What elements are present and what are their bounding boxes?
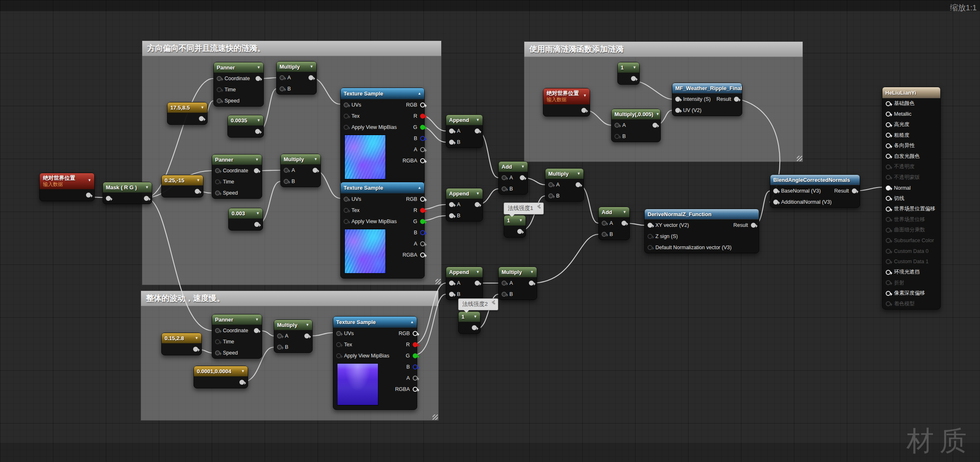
- collapse-arrow-icon[interactable]: ▼: [257, 65, 261, 69]
- pin-opacity[interactable]: [886, 164, 891, 169]
- pin-a-in[interactable]: [277, 333, 282, 338]
- pin-base-normal-in[interactable]: [773, 188, 778, 193]
- node-multiply-4[interactable]: Multiply ▼ A B: [498, 267, 537, 300]
- pin-anisotropy[interactable]: [886, 143, 891, 148]
- pin-b-out[interactable]: [413, 364, 418, 369]
- pin-b-in[interactable]: [449, 140, 454, 145]
- pin-result-out[interactable]: [734, 97, 739, 102]
- output-pin[interactable]: [472, 325, 477, 330]
- output-pin[interactable]: [195, 189, 200, 194]
- collapse-arrow-icon[interactable]: ▼: [241, 369, 245, 373]
- pin-b-in[interactable]: [449, 213, 454, 218]
- input-pin[interactable]: [106, 196, 111, 201]
- pin-b-out[interactable]: [420, 230, 425, 235]
- collapse-arrow-icon[interactable]: ▼: [256, 211, 260, 215]
- node-multiply-3[interactable]: Multiply ▼ A B: [545, 168, 584, 202]
- output-pin[interactable]: [475, 129, 480, 133]
- node-multiply-005[interactable]: Multiply(,0.005) ▼ A B: [611, 109, 661, 142]
- collapse-arrow-icon[interactable]: ▼: [310, 64, 313, 69]
- pin-uvs-in[interactable]: [344, 197, 349, 202]
- pin-speed-in[interactable]: [217, 98, 222, 103]
- node-world-position-1[interactable]: 绝对世界位置 输入数据 ▼: [39, 173, 95, 201]
- collapse-arrow-icon[interactable]: ▼: [521, 164, 525, 169]
- collapse-arrow-icon[interactable]: ▼: [633, 65, 636, 69]
- output-pin[interactable]: [653, 123, 657, 128]
- pin-a-out[interactable]: [420, 241, 425, 246]
- comment-bubble-normal-strength-1[interactable]: 法线强度1: [504, 202, 544, 214]
- texture-preview[interactable]: [344, 135, 386, 179]
- pin-b-in[interactable]: [548, 193, 553, 198]
- pin-mipbias-in[interactable]: [344, 125, 349, 130]
- material-graph-canvas[interactable]: 方向偏向不同并且流速快的涟漪。 整体的波动，速度慢。 使用雨滴涟漪函数添加涟漪: [0, 0, 980, 462]
- output-pin[interactable]: [520, 175, 525, 180]
- output-pin[interactable]: [475, 281, 480, 286]
- pin-default-normalization-in[interactable]: [648, 245, 653, 250]
- pin-r-out[interactable]: [413, 342, 418, 347]
- collapse-arrow-icon[interactable]: ▼: [519, 218, 523, 222]
- node-const-one-c[interactable]: 1 ▼: [617, 62, 640, 85]
- node-panner-1[interactable]: Panner ▼ Coordinate Time Speed: [213, 62, 264, 107]
- collapse-arrow-icon[interactable]: ▼: [195, 336, 198, 340]
- node-world-position-2[interactable]: 绝对世界位置 输入数据 ▼: [543, 88, 590, 117]
- pin-coordinate-in[interactable]: [215, 168, 220, 173]
- node-blend-angle-corrected-normals[interactable]: BlendAngleCorrectedNormals BaseNormal (V…: [770, 174, 860, 208]
- node-texture-sample-3[interactable]: Texture Sample ▲ UVs Tex Apply View MipB…: [333, 316, 417, 410]
- pin-b-out[interactable]: [420, 136, 425, 141]
- pin-speed-in[interactable]: [215, 350, 220, 355]
- collapse-arrow-icon[interactable]: ▼: [583, 93, 587, 98]
- pin-time-in[interactable]: [217, 87, 222, 92]
- pin-coordinate-in[interactable]: [217, 76, 222, 81]
- pin-a-in[interactable]: [449, 281, 454, 286]
- pin-intensity-in[interactable]: [675, 97, 680, 102]
- output-pin[interactable]: [308, 75, 313, 80]
- comment-bubble-normal-strength-2[interactable]: 法线强度2: [458, 298, 498, 310]
- node-add-1[interactable]: Add ▼ A B: [498, 161, 528, 195]
- node-const-uv-scale-slow[interactable]: 0.0001,0.0004 ▼: [194, 366, 248, 388]
- pin-shading-model[interactable]: [886, 301, 891, 306]
- node-const-speed-slow[interactable]: 0.15,2.8 ▼: [161, 333, 202, 355]
- collapse-arrow-icon[interactable]: ▼: [306, 323, 309, 327]
- collapse-arrow-icon[interactable]: ▼: [201, 105, 204, 110]
- node-texture-sample-1[interactable]: Texture Sample ▲ UVs Tex Apply View MipB…: [340, 88, 425, 184]
- pin-normal[interactable]: [886, 186, 891, 191]
- collapse-arrow-icon[interactable]: ▼: [476, 118, 480, 122]
- pin-speed-in[interactable]: [215, 191, 220, 195]
- collapse-arrow-icon[interactable]: ▼: [476, 191, 480, 195]
- collapse-arrow-icon[interactable]: ▼: [196, 178, 200, 182]
- pin-r-out[interactable]: [420, 114, 425, 119]
- pin-a-in[interactable]: [284, 168, 289, 173]
- node-append-2[interactable]: Append ▼ A B: [446, 188, 483, 221]
- output-pin[interactable]: [239, 380, 244, 385]
- node-mf-weather-ripple-final[interactable]: MF_Weather_Ripple_Final Intensity (S)Res…: [672, 83, 742, 116]
- pin-time-in[interactable]: [215, 179, 220, 184]
- output-pin[interactable]: [581, 108, 586, 113]
- pin-opacity-mask[interactable]: [886, 175, 891, 180]
- pin-coordinate-out[interactable]: [256, 76, 261, 81]
- pin-uvs-in[interactable]: [344, 102, 349, 107]
- collapse-arrow-icon[interactable]: ▼: [255, 317, 259, 321]
- pin-rgba-out[interactable]: [420, 252, 425, 257]
- node-panner-3[interactable]: Panner ▼ Coordinate Time Speed: [212, 314, 262, 359]
- pin-r-out[interactable]: [420, 208, 425, 213]
- collapse-arrow-icon[interactable]: ▼: [656, 112, 660, 116]
- pin-b-in[interactable]: [502, 292, 507, 297]
- pin-tangent[interactable]: [886, 196, 891, 201]
- collapse-arrow-icon[interactable]: ▲: [418, 91, 421, 95]
- pin-g-out[interactable]: [420, 125, 425, 130]
- pin-custom-data-1[interactable]: [886, 259, 891, 264]
- output-pin[interactable]: [621, 221, 626, 226]
- pin-icon[interactable]: [491, 300, 496, 305]
- pin-result-out[interactable]: [852, 188, 857, 193]
- pin-result-out[interactable]: [751, 223, 756, 228]
- pin-world-displacement[interactable]: [886, 217, 891, 222]
- pin-z-sign-in[interactable]: [648, 234, 653, 239]
- node-texture-sample-2[interactable]: Texture Sample ▲ UVs Tex Apply View MipB…: [340, 182, 425, 279]
- output-pin[interactable]: [517, 229, 522, 234]
- pin-icon[interactable]: [537, 204, 541, 209]
- collapse-arrow-icon[interactable]: ▼: [88, 178, 91, 182]
- texture-preview[interactable]: [337, 363, 378, 405]
- pin-b-in[interactable]: [602, 232, 607, 237]
- pin-uv-in[interactable]: [675, 108, 680, 113]
- pin-b-in[interactable]: [614, 134, 619, 139]
- pin-additional-normal-in[interactable]: [773, 200, 778, 205]
